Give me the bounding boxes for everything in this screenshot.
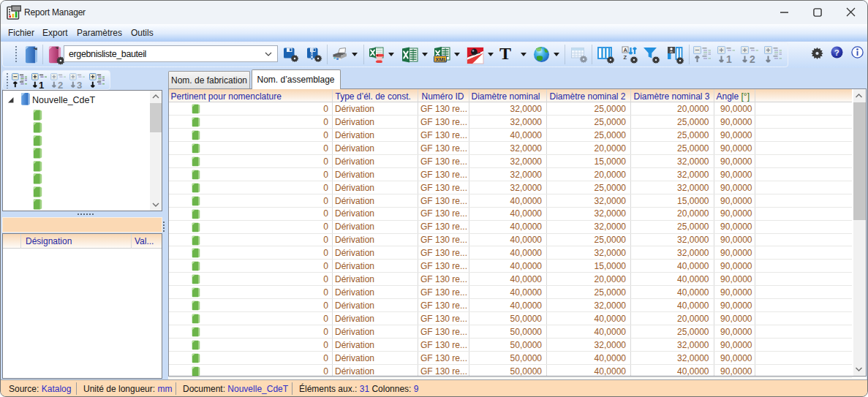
svg-text:1: 1 bbox=[726, 53, 732, 64]
svg-text:?: ? bbox=[834, 48, 839, 57]
svg-text:2: 2 bbox=[750, 53, 755, 64]
svg-text:XML: XML bbox=[435, 56, 447, 63]
svg-text:1: 1 bbox=[39, 80, 44, 88]
svg-text:2: 2 bbox=[58, 80, 63, 88]
svg-text:Z: Z bbox=[623, 54, 627, 61]
svg-text:3: 3 bbox=[77, 80, 82, 88]
svg-text:A: A bbox=[623, 47, 627, 53]
